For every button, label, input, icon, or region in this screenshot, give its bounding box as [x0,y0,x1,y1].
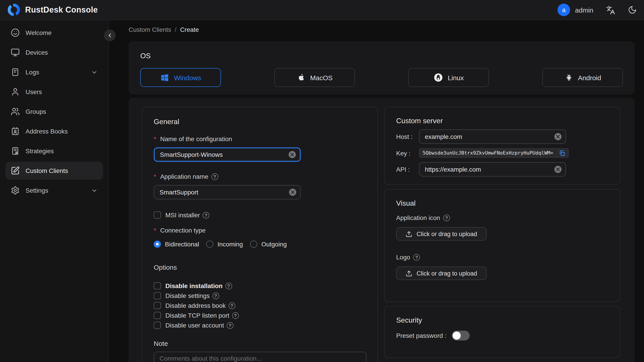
option-disable-tcp-listen-port[interactable]: Disable TCP listen port ? [154,311,366,320]
api-label: API : [396,166,419,173]
breadcrumb-custom-clients[interactable]: Custom Clients [128,26,171,33]
contact-book-icon [11,127,20,136]
help-icon[interactable]: ? [228,302,235,309]
radio-outgoing[interactable]: Outgoing [250,240,287,248]
sidebar-item-label: Address Books [26,128,68,135]
checkbox[interactable] [154,322,161,329]
required-asterisk: * [154,135,156,142]
host-input[interactable] [425,133,551,140]
radio-button [154,240,161,248]
linux-penguin-icon [433,72,443,82]
user-menu[interactable]: a admin [558,4,593,16]
clear-icon[interactable] [288,151,296,158]
api-field [419,162,566,176]
language-icon[interactable] [606,5,615,14]
option-disable-installation[interactable]: Disable installation ? [154,282,366,290]
security-card: Security Preset password : [384,306,620,358]
config-name-field [154,148,301,162]
sidebar-item-strategies[interactable]: Strategies [6,142,103,160]
rustdesk-console-page: RustDesk Console a admin [0,0,644,362]
visual-title: Visual [396,199,608,208]
key-row: Key : 5Qbwsde3unUcJBtrx9ZkvUmwFNoExHzpry… [396,148,608,158]
note-label: Note [154,339,366,347]
sidebar-item-logs[interactable]: Logs [6,63,103,81]
key-value: 5Qbwsde3unUcJBtrx9ZkvUmwFNoExHzpryHuPUdq… [422,150,556,156]
sidebar-item-groups[interactable]: Groups [6,102,103,120]
checkbox[interactable] [154,292,161,299]
app-name-input[interactable] [160,188,286,196]
clear-icon[interactable] [289,188,296,196]
file-text-icon [11,68,20,76]
sidebar-item-label: Welcome [26,29,52,36]
upload-icon [406,230,412,237]
user-icon [11,87,20,96]
option-disable-user-account[interactable]: Disable user account ? [154,321,366,329]
sidebar-item-users[interactable]: Users [6,83,103,101]
logo-label: Logo ? [396,253,608,261]
api-input[interactable] [425,166,551,173]
checkbox[interactable] [154,282,161,290]
main-content: Custom Clients / Create OS Windows [109,20,644,362]
upload-logo-button[interactable]: Click or drag to upload [396,266,487,280]
sidebar-collapse-button[interactable] [104,30,116,41]
radio-bidirectional[interactable]: Bidirectional [154,240,199,248]
help-icon[interactable]: ? [443,214,450,221]
help-icon[interactable]: ? [232,312,239,319]
option-disable-address-book[interactable]: Disable address book ? [154,302,366,310]
upload-icon [406,270,412,277]
sidebar-item-label: Users [26,88,42,96]
os-windows-button[interactable]: Windows [140,68,221,87]
os-linux-button[interactable]: Linux [408,68,489,87]
upload-button-label: Click or drag to upload [416,270,477,277]
smile-icon [11,28,20,37]
chevron-left-icon [107,32,113,38]
upload-app-icon-button[interactable]: Click or drag to upload [396,227,487,240]
help-icon[interactable]: ? [227,322,234,328]
help-icon[interactable]: ? [212,173,218,180]
clear-icon[interactable] [554,133,562,140]
os-macos-button[interactable]: MacOS [274,68,355,87]
upload-button-label: Click or drag to upload [416,230,477,237]
help-icon[interactable]: ? [212,292,219,299]
users-icon [11,107,20,116]
checkbox[interactable] [154,302,161,309]
general-title: General [154,118,366,126]
sidebar-item-settings[interactable]: Settings [6,182,103,199]
app-logo[interactable]: RustDesk Console [7,3,98,16]
options-title: Options [154,263,366,271]
breadcrumb-create: Create [180,26,199,33]
sidebar-item-devices[interactable]: Devices [6,44,103,62]
sidebar-item-custom-clients[interactable]: Custom Clients [6,162,103,180]
security-title: Security [396,316,608,324]
sidebar: Welcome Devices Logs [0,20,109,362]
help-icon[interactable]: ? [225,282,232,289]
clear-icon[interactable] [554,166,562,173]
option-disable-settings[interactable]: Disable settings ? [154,292,366,300]
copy-icon[interactable] [559,150,565,156]
checkbox[interactable] [154,312,161,319]
preset-password-toggle[interactable] [452,331,470,340]
os-button-label: Android [578,74,601,81]
msi-installer-checkbox[interactable] [154,212,161,219]
help-icon[interactable]: ? [413,254,420,260]
custom-server-card: Custom server Host : Key : 5Qbwsde3unUcJ… [384,107,620,184]
sidebar-item-welcome[interactable]: Welcome [6,24,103,42]
config-name-label: * Name of the configuration [154,135,366,143]
monitor-icon [11,48,20,57]
dark-mode-moon-icon[interactable] [628,6,637,14]
key-label: Key : [396,150,419,156]
msi-installer-row[interactable]: MSI installer ? [154,211,366,219]
app-title: RustDesk Console [25,5,98,14]
os-android-button[interactable]: Android [542,68,623,87]
host-label: Host : [396,133,419,140]
general-card: General * Name of the configuration * Ap… [142,107,378,362]
chevron-down-icon [91,69,98,76]
help-icon[interactable]: ? [202,212,209,218]
os-panel: OS Windows [128,41,634,94]
sidebar-item-label: Strategies [26,148,54,154]
os-button-label: MacOS [310,74,332,81]
sidebar-item-address-books[interactable]: Address Books [6,122,103,140]
note-textarea[interactable] [154,352,366,362]
radio-incoming[interactable]: Incoming [206,240,243,248]
config-name-input[interactable] [160,151,286,158]
